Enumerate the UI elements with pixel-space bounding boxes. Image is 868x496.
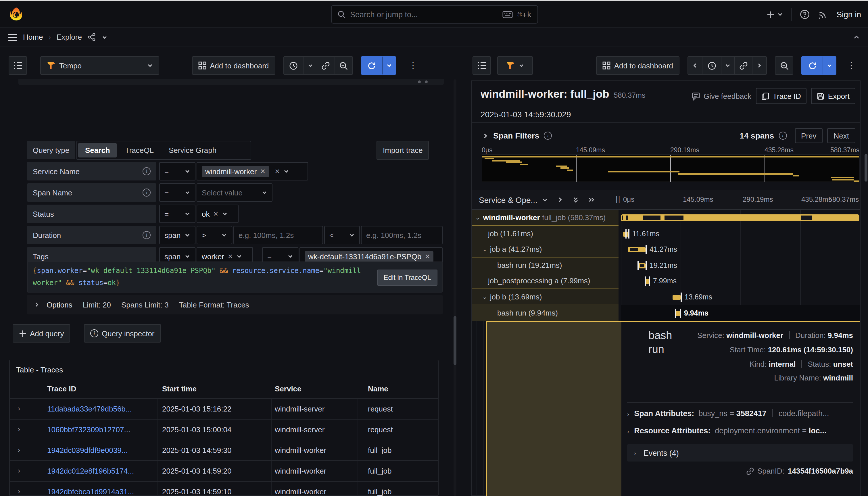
shift-time-back-button[interactable] [687, 56, 702, 75]
double-chevron-right-icon[interactable] [588, 197, 595, 203]
time-picker-caret[interactable] [721, 56, 735, 75]
col-trace-id[interactable]: Trace ID [47, 385, 76, 393]
clear-icon[interactable]: ✕ [275, 168, 280, 175]
left-scrollbar-thumb[interactable] [453, 316, 456, 365]
span-row[interactable]: job (11.61ms)11.61ms [472, 226, 860, 242]
news-rss-icon[interactable] [818, 9, 828, 19]
kebab-menu-icon[interactable]: ⋮ [404, 56, 422, 75]
remove-chip-icon[interactable]: ✕ [260, 168, 265, 175]
duration-max-input[interactable]: e.g. 100ms, 1.2s [361, 226, 443, 244]
span-track[interactable]: 41.27ms [621, 242, 860, 258]
query-history-icon[interactable] [472, 56, 491, 75]
duration-min-input[interactable]: e.g. 100ms, 1.2s [233, 226, 323, 244]
row-expand-icon[interactable]: › [18, 425, 20, 433]
time-picker-button[interactable] [702, 56, 722, 75]
breadcrumb-home[interactable]: Home [23, 33, 43, 41]
col-service[interactable]: Service [275, 385, 301, 393]
span-filters-label[interactable]: Span Filters [493, 131, 539, 140]
status-operator[interactable]: = [159, 205, 196, 223]
span-duration-bar[interactable] [637, 263, 646, 268]
span-track[interactable]: 19.21ms [621, 258, 860, 274]
edit-in-traceql-button[interactable]: Edit in TraceQL [377, 269, 437, 286]
link-split-button[interactable] [316, 56, 335, 75]
grafana-logo-icon[interactable] [9, 7, 24, 22]
remove-chip-icon[interactable]: ✕ [213, 210, 218, 218]
duration-lt-operator[interactable]: < [324, 226, 360, 244]
span-row[interactable]: ⌄job b (13.69ms)13.69ms [472, 289, 860, 305]
tab-service-graph[interactable]: Service Graph [162, 143, 223, 157]
datasource-picker[interactable]: Tempo [40, 56, 159, 75]
query-inspector-button[interactable]: i Query inspector [84, 324, 161, 343]
chevron-right-icon[interactable] [482, 133, 489, 139]
column-resize-handle[interactable]: || [616, 195, 621, 203]
col-name[interactable]: Name [368, 385, 388, 393]
span-row[interactable]: job_postprocessing a (7.99ms)7.99ms [472, 273, 860, 289]
collapse-caret-icon[interactable]: ⌄ [475, 214, 480, 221]
span-track[interactable]: 13.69ms [621, 289, 860, 305]
run-query-button[interactable] [801, 56, 823, 75]
span-track[interactable]: 9.94ms [621, 305, 860, 321]
span-row[interactable]: ⌄job a (41.27ms)41.27ms [472, 242, 860, 258]
span-name-cell[interactable]: bash run (9.94ms) [472, 305, 619, 321]
next-span-button[interactable]: Next [827, 128, 855, 143]
time-picker-button[interactable] [283, 56, 304, 75]
options-row[interactable]: Options Limit: 20 Spans Limit: 3 Table F… [27, 295, 443, 314]
run-query-button[interactable] [361, 56, 383, 75]
datasource-picker-mini[interactable] [497, 56, 533, 75]
add-to-dashboard-button[interactable]: Add to dashboard [192, 56, 275, 75]
collapse-caret-icon[interactable]: ⌄ [482, 246, 487, 252]
new-menu-button[interactable] [766, 10, 783, 19]
row-expand-icon[interactable]: › [18, 487, 20, 495]
trace-id-link[interactable]: 1942dc012e8f196b5174... [47, 467, 134, 475]
menu-toggle-icon[interactable] [8, 34, 17, 41]
query-history-icon[interactable] [9, 56, 27, 75]
shift-time-forward-button[interactable] [752, 56, 767, 75]
service-name-operator[interactable]: = [159, 162, 196, 181]
status-value[interactable]: ok ✕ [197, 205, 238, 223]
trace-id-link[interactable]: 1942dc039dfdf9e0039... [47, 446, 128, 455]
import-trace-button[interactable]: Import trace [376, 141, 429, 160]
time-picker-caret[interactable] [303, 56, 317, 75]
span-name-cell[interactable]: ⌄windmill-worker full_job (580.37ms) [472, 210, 619, 226]
add-query-button[interactable]: Add query [13, 324, 71, 343]
share-icon[interactable] [88, 33, 96, 41]
remove-chip-icon[interactable]: ✕ [425, 252, 430, 260]
collapse-caret-icon[interactable]: ⌄ [482, 294, 487, 300]
add-to-dashboard-button[interactable]: Add to dashboard [596, 56, 680, 75]
span-track[interactable]: 7.99ms [621, 273, 860, 289]
run-query-caret[interactable] [382, 56, 396, 75]
span-duration-bar[interactable] [628, 247, 646, 252]
span-name-cell[interactable]: job_postprocessing a (7.99ms) [472, 273, 619, 289]
search-input[interactable]: Search or jump to... ⌘+k [331, 5, 538, 24]
zoom-out-button[interactable] [334, 56, 353, 75]
give-feedback-link[interactable]: Give feedback [692, 92, 751, 100]
span-row[interactable]: bash run (19.21ms)19.21ms [472, 258, 860, 274]
row-expand-icon[interactable]: › [18, 405, 20, 413]
span-name-cell[interactable]: ⌄job a (41.27ms) [472, 242, 619, 258]
tab-search[interactable]: Search [78, 143, 117, 157]
span-name-value[interactable]: Select value [197, 183, 273, 202]
link-split-button[interactable] [734, 56, 753, 75]
breadcrumb-explore[interactable]: Explore [57, 33, 82, 41]
span-duration-bar[interactable] [621, 214, 859, 221]
row-expand-icon[interactable]: › [18, 446, 20, 454]
remove-chip-icon[interactable]: ✕ [228, 252, 233, 260]
export-button[interactable]: Export [811, 88, 855, 104]
col-start-time[interactable]: Start time [162, 385, 197, 393]
link-icon[interactable] [746, 467, 754, 475]
span-row[interactable]: bash run (9.94ms)9.94ms [472, 305, 860, 321]
trace-id-button[interactable]: Trace ID [756, 88, 807, 104]
service-name-value[interactable]: windmill-worker✕ ✕ [197, 162, 308, 181]
duration-scope[interactable]: span [159, 226, 196, 244]
span-name-cell[interactable]: job (11.61ms) [472, 226, 619, 242]
chevron-right-icon[interactable] [557, 197, 563, 203]
detail-resource-attributes[interactable]: › Resource Attributes: deployment.enviro… [627, 427, 826, 435]
span-row[interactable]: ⌄windmill-worker full_job (580.37ms) [472, 210, 860, 226]
trace-id-link[interactable]: 1060bbf732309b12707... [47, 425, 130, 434]
service-name-chip[interactable]: windmill-worker✕ [202, 166, 269, 177]
chevron-down-icon[interactable] [102, 34, 108, 40]
sign-in-button[interactable]: Sign in [836, 10, 861, 19]
zoom-out-button[interactable] [775, 56, 793, 75]
span-track[interactable] [621, 210, 860, 226]
trace-id-link[interactable]: 11dabada33e479db56b... [47, 405, 132, 413]
